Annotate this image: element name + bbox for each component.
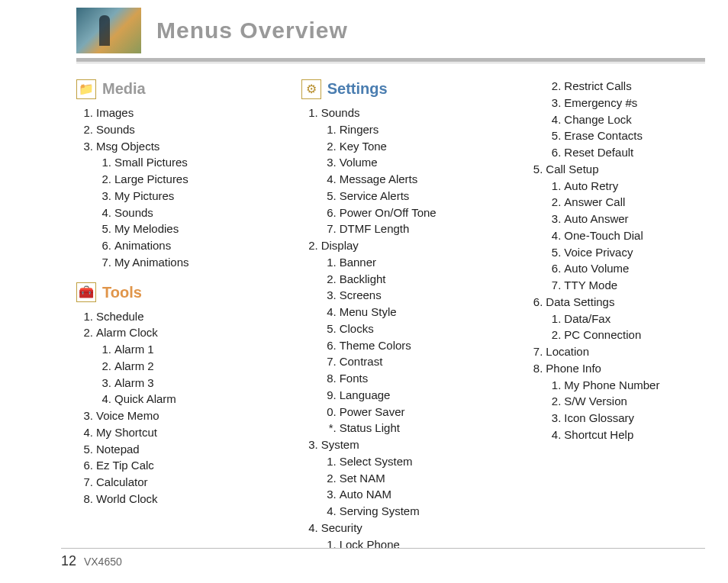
item-label: Call Setup [546,161,598,178]
list-item: 7.My Animations [98,254,256,271]
item-label: Ez Tip Calc [96,457,154,474]
item-number: 4. [323,503,340,520]
item-label: Voice Memo [96,407,159,424]
item-label: Banner [340,254,376,271]
item-number: 3. [304,436,321,453]
sublist: 1.Small Pictures2.Large Pictures3.My Pic… [98,154,256,270]
list-item: 3.Auto Answer [547,211,705,227]
settings-list-b: 2.Restrict Calls3.Emergency #s4.Change L… [529,78,705,443]
item-label: DTMF Length [340,221,410,237]
list-item: 4.Shortcut Help [547,427,705,443]
list-item: 4.Security [304,520,481,536]
list-item: 5.Notepad [79,441,256,458]
sublist: 2.Restrict Calls3.Emergency #s4.Change L… [547,78,705,161]
item-label: Sounds [114,205,153,221]
tools-icon: 🧰 [76,282,96,302]
item-label: My Melodies [114,221,179,237]
item-label: Backlight [340,271,386,288]
item-number: 3. [323,287,340,304]
item-number: 1. [79,308,96,325]
item-number: 4. [79,424,96,441]
list-item: 5.Clocks [323,320,481,337]
list-item: 2.Backlight [323,271,481,288]
list-item: 9.Language [323,387,481,404]
item-number: 2. [547,194,564,211]
item-number: 3. [547,410,564,427]
item-number: 4. [323,304,340,320]
list-item: 3.Msg Objects [79,138,256,155]
list-item: 2.PC Connection [547,327,705,343]
list-item: 6.Data Settings [529,294,705,311]
item-number: 2. [547,327,564,343]
item-label: Phone Info [546,360,601,377]
sublist: 1.Alarm 12.Alarm 23.Alarm 34.Quick Alarm [98,341,256,407]
list-item: *.Status Light [323,420,481,436]
list-item: 2.Display [304,237,481,254]
list-item: 5.Voice Privacy [547,244,705,261]
item-label: Security [321,520,362,536]
footer: 12 VX4650 [61,553,122,569]
list-item: 3.System [304,436,481,453]
item-number: 3. [79,407,96,424]
section-settings: ⚙ Settings 1.Sounds1.Ringers2.Key Tone3.… [301,78,481,552]
list-item: 1.Banner [323,254,481,271]
sublist: 1.Ringers2.Key Tone3.Volume4.Message Ale… [323,121,481,237]
item-number: 3. [323,154,340,171]
list-item: 2.Alarm 2 [98,358,256,375]
item-number: 3. [547,95,564,111]
item-label: Power Saver [340,404,405,420]
item-label: My Pictures [114,188,174,205]
list-item: 4.Serving System [323,503,481,520]
sublist: 1.Select System2.Set NAM3.Auto NAM4.Serv… [323,453,481,520]
item-number: 6. [547,144,564,161]
item-label: Data Settings [546,294,614,311]
item-label: Erase Contacts [564,127,643,144]
item-number: 5. [547,127,564,144]
list-item: 4.Message Alerts [323,171,481,188]
list-item: 1.Sounds [304,105,481,121]
item-label: System [321,436,359,453]
list-item: 3.Auto NAM [323,486,481,503]
sublist: 1.Banner2.Backlight3.Screens4.Menu Style… [323,254,481,436]
list-item: 6.Auto Volume [547,260,705,277]
item-label: Animations [114,237,171,254]
list-item: 6.Reset Default [547,144,705,161]
item-number: 1. [547,377,564,394]
column-2: ⚙ Settings 1.Sounds1.Ringers2.Key Tone3.… [301,78,481,552]
item-label: Images [96,105,134,121]
item-number: 1. [323,121,340,138]
item-label: Emergency #s [564,95,637,111]
item-number: 1. [547,178,564,195]
item-number: 1. [98,341,114,358]
list-item: 5.My Melodies [98,221,256,237]
item-label: Select System [340,453,413,470]
list-item: 7.Location [529,343,705,360]
item-label: World Clock [96,491,158,507]
column-3: 2.Restrict Calls3.Emergency #s4.Change L… [526,78,705,552]
item-label: PC Connection [564,327,641,343]
item-number: 4. [98,205,114,221]
item-label: One-Touch Dial [564,227,643,244]
item-number: 6. [323,337,340,354]
item-number: 4. [98,391,114,407]
item-label: Service Alerts [340,188,410,205]
item-label: Large Pictures [114,171,188,188]
list-item: 2.Key Tone [323,138,481,155]
header-image [76,8,141,53]
item-label: Small Pictures [114,154,188,171]
item-label: Alarm 2 [114,358,154,375]
item-label: Alarm 3 [114,375,154,391]
item-number: 5. [529,161,546,178]
item-number: 2. [547,78,564,95]
item-label: Contrast [340,353,383,370]
item-label: Display [321,237,359,254]
list-item: 2.Alarm Clock [79,324,256,341]
item-number: 6. [529,294,546,311]
item-label: Menu Style [340,304,397,320]
section-title-settings: Settings [327,78,388,100]
item-number: 2. [547,393,564,410]
item-label: Change Lock [564,111,631,128]
section-head-media: 📁 Media [76,78,256,100]
item-number: 5. [323,320,340,337]
item-number: 2. [323,138,340,155]
